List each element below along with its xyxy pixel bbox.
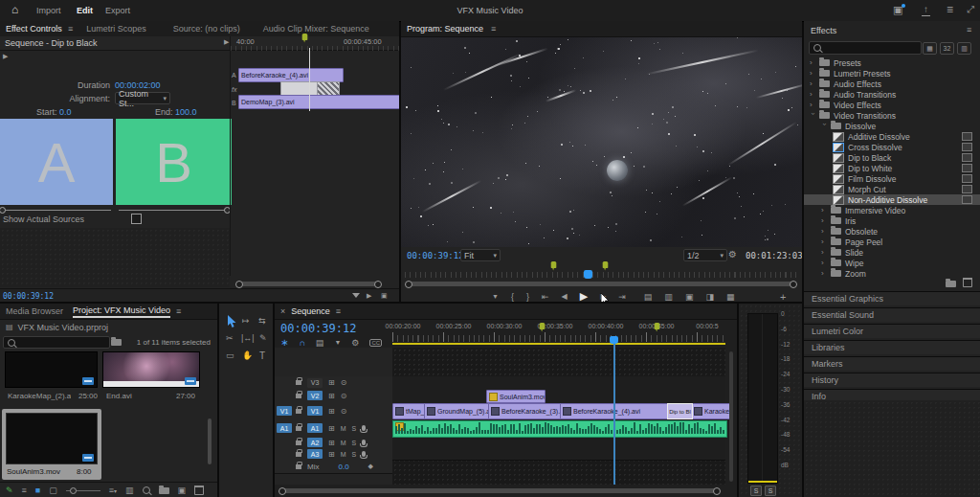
effects-tree-item[interactable]: › Video Effects	[804, 100, 980, 110]
accelerated-effects-filter-icon[interactable]: ▦	[923, 42, 937, 55]
timeline-clip-v1[interactable]: BeforeKaraoke_(4).avi	[560, 403, 673, 419]
find-icon[interactable]	[143, 486, 150, 494]
track-header-v3[interactable]: V3 ⊞ ⊙	[275, 376, 392, 390]
lock-icon[interactable]	[296, 452, 301, 457]
twirl-icon[interactable]: ›	[821, 227, 827, 236]
export-frame-icon[interactable]: ▣	[685, 292, 694, 302]
transition-a-preview[interactable]: A	[0, 119, 113, 205]
effects-tree-item[interactable]: › Iris	[804, 215, 980, 226]
yuv-filter-icon[interactable]: ▥	[957, 42, 971, 55]
collapsed-panel-header[interactable]: Essential Sound	[804, 307, 980, 322]
twirl-icon[interactable]: ›	[821, 259, 827, 267]
writable-pencil-icon[interactable]: ✎	[6, 486, 13, 495]
alignment-dropdown[interactable]: Custom St... ▾	[115, 92, 170, 104]
new-custom-bin-icon[interactable]	[946, 281, 956, 287]
timeline-settings-wrench-icon[interactable]: ⚙	[351, 338, 359, 348]
effects-tree-item[interactable]: › Slide	[804, 247, 980, 258]
project-scrollbar[interactable]	[208, 418, 212, 464]
automate-to-sequence-icon[interactable]: ▥	[125, 486, 134, 495]
thumbnail-zoom-slider[interactable]	[66, 490, 100, 491]
effects-tree-item[interactable]: › Wipe	[804, 258, 980, 268]
snap-icon[interactable]: ∩	[299, 338, 304, 348]
ec-timecode[interactable]: 00:00:39:12	[3, 292, 54, 301]
effects-tree-item[interactable]: › Morph Cut	[804, 184, 980, 194]
end-slider[interactable]	[119, 210, 228, 211]
twirl-icon[interactable]: ›	[810, 69, 815, 78]
twirl-icon[interactable]: ›	[809, 113, 817, 119]
twirl-icon[interactable]: ›	[810, 101, 815, 109]
fullscreen-icon[interactable]: ⤢	[967, 4, 974, 15]
start-value[interactable]: 0.0	[59, 107, 72, 117]
project-search-input[interactable]	[3, 336, 110, 349]
timeline-clip-v1[interactable]: KaraokeMap_	[691, 403, 731, 419]
transition-b-preview[interactable]: B	[116, 119, 232, 205]
effects-tree-item[interactable]: › Obsolete	[804, 226, 980, 237]
project-file-row[interactable]: ▤ VFX Music Video.prproj	[0, 321, 217, 333]
mute-icon[interactable]: M	[341, 425, 346, 432]
sync-lock-icon[interactable]: ⊞	[328, 378, 335, 387]
clear-trash-icon[interactable]	[194, 486, 204, 495]
pen-tool-icon[interactable]: ✎	[259, 333, 267, 343]
effects-tree-item[interactable]: › Film Dissolve	[804, 173, 980, 184]
show-actual-sources-checkbox[interactable]	[131, 214, 142, 224]
media-item-thumb[interactable]	[5, 351, 98, 388]
razor-tool-icon[interactable]: ✂	[226, 333, 234, 343]
effects-search-input[interactable]	[809, 41, 922, 55]
program-timecode[interactable]: 00:00:39:12	[407, 251, 464, 260]
slider-knob[interactable]	[0, 207, 6, 214]
filter-icon[interactable]	[352, 293, 360, 298]
lock-icon[interactable]	[296, 441, 301, 445]
media-item-name[interactable]: KaraokeMap_(2).avi	[8, 392, 71, 400]
share-icon[interactable]: ↑	[922, 4, 930, 16]
new-bin-icon[interactable]	[159, 487, 169, 494]
voiceover-mic-icon[interactable]	[362, 425, 366, 431]
export-icon[interactable]: ▣	[381, 292, 388, 300]
ec-playhead[interactable]	[309, 48, 310, 111]
timeline-clip-v1[interactable]: BeforeKaraoke_(3).avi	[488, 403, 566, 419]
twirl-icon[interactable]: ›	[821, 216, 827, 225]
lock-icon[interactable]	[296, 426, 301, 431]
sync-lock-icon[interactable]: ⊞	[328, 439, 335, 447]
media-item-thumb[interactable]	[102, 351, 200, 388]
go-to-out-icon[interactable]: ⇥	[618, 292, 626, 302]
menu-export[interactable]: Export	[105, 6, 130, 15]
ec-clip-b[interactable]: DemoMap_(3).avi	[238, 95, 399, 109]
timeline-playhead-line[interactable]	[613, 342, 615, 485]
voiceover-mic-icon[interactable]	[362, 451, 366, 457]
ec-clip-a[interactable]: BeforeKaraoke_(4).avi	[238, 68, 344, 82]
effect-twirl-icon[interactable]: ▶	[3, 53, 8, 60]
slip-tool-icon[interactable]: |↔|	[241, 333, 255, 343]
menu-edit[interactable]: Edit	[77, 6, 93, 15]
button-editor-plus-icon[interactable]: +	[780, 291, 786, 302]
effects-tree-item[interactable]: › Lumetri Presets	[804, 68, 980, 79]
settings-wrench-icon[interactable]: ⚙	[728, 249, 737, 260]
ripple-edit-tool-icon[interactable]: ⇆	[258, 316, 266, 326]
twirl-icon[interactable]: ›	[821, 269, 827, 278]
track-header-v1[interactable]: V1 V1 ⊞ ⊙	[275, 402, 392, 420]
collapsed-panel-header[interactable]: Libraries	[804, 340, 980, 354]
twirl-icon[interactable]: ›	[821, 206, 827, 215]
track-select-forward-tool-icon[interactable]: ↦	[242, 316, 250, 326]
collapsed-panel-header[interactable]: Essential Graphics	[804, 291, 980, 305]
track-target-v2[interactable]: V2	[307, 391, 323, 400]
play-around-icon[interactable]: ▶	[367, 292, 371, 300]
sort-icon[interactable]: ≡▾	[109, 486, 117, 495]
lock-icon[interactable]	[296, 409, 301, 414]
close-icon[interactable]: ×	[280, 306, 285, 316]
work-area-bar[interactable]	[392, 343, 725, 345]
keyframe-icon[interactable]: ◆	[368, 463, 373, 470]
program-playhead-head[interactable]	[584, 270, 592, 279]
effects-tree-item[interactable]: › Audio Effects	[804, 79, 980, 89]
sequence-marker-icon[interactable]	[302, 34, 308, 40]
tab-program[interactable]: Program: Sequence	[407, 24, 483, 34]
program-marker-icon[interactable]	[551, 261, 557, 268]
tab-media-browser[interactable]: Media Browser	[6, 306, 63, 316]
mark-in-icon[interactable]: {	[511, 292, 514, 302]
collapsed-panel-header[interactable]: Markers	[804, 356, 980, 371]
go-to-in-icon[interactable]: ⇤	[542, 292, 549, 302]
lock-icon[interactable]	[296, 394, 301, 398]
slider-knob[interactable]	[70, 487, 77, 494]
expand-icon[interactable]: ▶	[224, 38, 229, 46]
panel-menu-icon[interactable]: ≡	[491, 24, 496, 34]
effects-tree-item[interactable]: › Additive Dissolve	[804, 131, 980, 142]
